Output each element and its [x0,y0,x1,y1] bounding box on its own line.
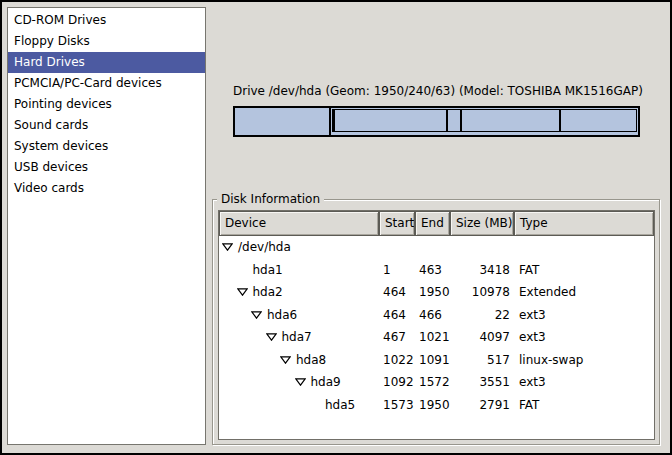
sidebar-item-system-devices[interactable]: System devices [8,136,205,157]
partition-segment-hda8 [447,109,461,132]
device-cell: /dev/hda [219,240,379,254]
start-cell: 464 [379,285,415,299]
expander-triangle-icon[interactable] [222,243,233,251]
type-cell: FAT [514,398,654,412]
device-name: hda7 [282,330,312,344]
sidebar-item-pointing-devices[interactable]: Pointing devices [8,94,205,115]
size-cell: 10978 [450,285,514,299]
end-cell: 1572 [415,375,450,389]
end-cell: 463 [415,263,450,277]
start-cell: 467 [379,330,415,344]
table-row-hda8[interactable]: hda810221091517linux-swap [219,349,654,372]
partition-segment-hda7 [334,109,447,132]
type-cell: FAT [514,263,654,277]
hardware-browser-window: CD-ROM DrivesFloppy DisksHard DrivesPCMC… [0,0,672,455]
device-cell: hda7 [219,330,379,344]
device-name: hda8 [296,353,326,367]
start-cell: 1 [379,263,415,277]
table-row-hda1[interactable]: hda114633418FAT [219,259,654,282]
disk-table-body: /dev/hdahda114633418FAThda2464195010978E… [219,236,654,416]
device-name: hda6 [267,308,297,322]
device-cell: hda8 [219,353,379,367]
disk-table-header: DeviceStartEndSize (MB)Type [219,211,654,236]
table-row-dev-hda[interactable]: /dev/hda [219,236,654,259]
table-row-hda5[interactable]: hda5157319502791FAT [219,394,654,417]
start-cell: 1092 [379,375,415,389]
device-cell: hda6 [219,308,379,322]
end-cell: 1021 [415,330,450,344]
sidebar-item-usb-devices[interactable]: USB devices [8,157,205,178]
column-header-size-mb[interactable]: Size (MB) [450,211,514,236]
end-cell: 1950 [415,285,450,299]
disk-information-groupbox: Disk Information DeviceStartEndSize (MB)… [212,199,660,445]
table-row-hda9[interactable]: hda9109215723551ext3 [219,371,654,394]
column-header-device[interactable]: Device [219,211,379,236]
size-cell: 3418 [450,263,514,277]
expander-triangle-icon[interactable] [251,311,262,319]
device-cell: hda1 [219,263,379,277]
size-cell: 3551 [450,375,514,389]
type-cell: ext3 [514,308,654,322]
type-cell: Extended [514,285,654,299]
type-cell: linux-swap [514,353,654,367]
partition-segment-hda2-extended [331,108,638,135]
column-header-end[interactable]: End [415,211,450,236]
start-cell: 1022 [379,353,415,367]
expander-spacer [237,269,253,270]
expander-spacer [309,404,325,405]
device-name: hda2 [253,285,283,299]
expander-triangle-icon[interactable] [295,378,306,386]
device-name: /dev/hda [238,240,291,254]
size-cell: 4097 [450,330,514,344]
sidebar-item-pcmcia-pc-card-devices[interactable]: PCMCIA/PC-Card devices [8,73,205,94]
sidebar-item-hard-drives[interactable]: Hard Drives [8,52,205,73]
end-cell: 466 [415,308,450,322]
device-name: hda5 [325,398,355,412]
type-cell: ext3 [514,330,654,344]
device-name: hda1 [253,263,283,277]
disk-table: DeviceStartEndSize (MB)Type /dev/hdahda1… [218,210,655,440]
end-cell: 1091 [415,353,450,367]
device-name: hda9 [311,375,341,389]
expander-triangle-icon[interactable] [280,356,291,364]
start-cell: 464 [379,308,415,322]
drive-info-label: Drive /dev/hda (Geom: 1950/240/63) (Mode… [233,84,640,98]
disk-information-title: Disk Information [217,192,324,207]
sidebar-item-floppy-disks[interactable]: Floppy Disks [8,31,205,52]
size-cell: 2791 [450,398,514,412]
table-row-hda2[interactable]: hda2464195010978Extended [219,281,654,304]
sidebar-item-sound-cards[interactable]: Sound cards [8,115,205,136]
table-row-hda6[interactable]: hda646446622ext3 [219,304,654,327]
expander-triangle-icon[interactable] [237,288,248,296]
partition-segment-hda5 [560,109,637,132]
type-cell: ext3 [514,375,654,389]
size-cell: 517 [450,353,514,367]
device-cell: hda9 [219,375,379,389]
size-cell: 22 [450,308,514,322]
sidebar-item-cd-rom-drives[interactable]: CD-ROM Drives [8,10,205,31]
column-header-type[interactable]: Type [514,211,654,236]
partition-bar [233,106,640,137]
device-cell: hda5 [219,398,379,412]
partition-segment-hda9 [461,109,559,132]
expander-triangle-icon[interactable] [266,333,277,341]
partition-segment-hda1 [235,108,331,135]
end-cell: 1950 [415,398,450,412]
table-row-hda7[interactable]: hda746710214097ext3 [219,326,654,349]
sidebar-item-video-cards[interactable]: Video cards [8,178,205,199]
start-cell: 1573 [379,398,415,412]
device-cell: hda2 [219,285,379,299]
device-category-list[interactable]: CD-ROM DrivesFloppy DisksHard DrivesPCMC… [7,7,206,445]
column-header-start[interactable]: Start [379,211,415,236]
